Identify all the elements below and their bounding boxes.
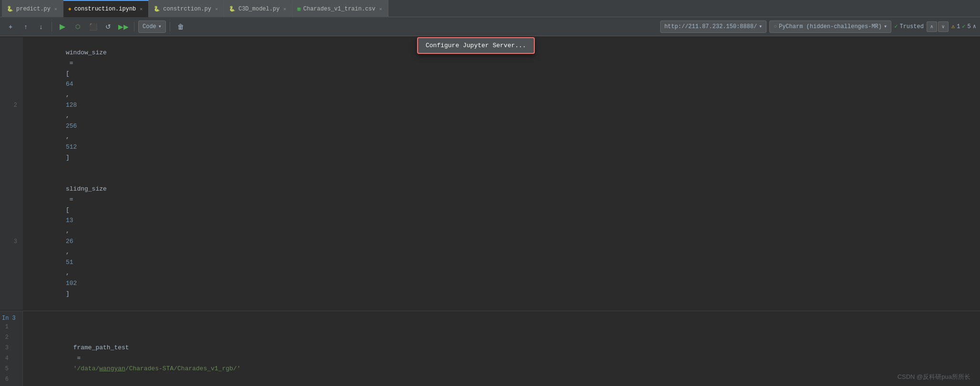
cell-code-line-1 [23, 311, 980, 322]
nav-arrows: ∧ ∨ [927, 21, 949, 32]
py-icon: 🐍 [153, 6, 160, 12]
kernel-label: PyCharm (hidden-challenges-MR) [779, 23, 882, 30]
ln-1: 1 [0, 322, 14, 332]
tab-label: Charades_v1_train.csv [303, 6, 375, 12]
tab-constrction[interactable]: 🐍 constrction.py ✕ [149, 0, 224, 17]
line-number-2: 2 [0, 37, 23, 173]
tab-close[interactable]: ✕ [139, 6, 143, 12]
trusted-badge: ✓ Trusted [894, 23, 924, 30]
nav-down-button[interactable]: ∨ [938, 21, 949, 32]
ln-5: 5 [0, 364, 14, 374]
tab-close[interactable]: ✕ [53, 6, 58, 12]
var-window-size: window_size [66, 49, 107, 56]
cell-type-dropdown[interactable]: Code ▾ [138, 20, 166, 33]
tab-c3d[interactable]: 🐍 C3D_model.py ✕ [224, 0, 292, 17]
separator-1 [51, 22, 52, 31]
cell-line-numbers: 1 2 3 4 5 6 7 8 9 10 11 12 13 14 15 16 1 [0, 322, 22, 386]
tab-label: construction.ipynb [74, 6, 136, 12]
tab-close[interactable]: ✕ [214, 6, 219, 12]
py-icon: 🐍 [229, 6, 235, 12]
line-2-content: frame_path_test = '/data/wangyan/Charade… [23, 322, 241, 385]
delete-button[interactable]: 🗑 [174, 20, 187, 33]
warning-icon: ⚠ [951, 23, 955, 30]
tab-bar: 🐍 predict.py ✕ ◈ construction.ipynb ✕ 🐍 … [0, 0, 980, 17]
cell-type-label: Code [143, 23, 156, 30]
tab-label: constrction.py [163, 6, 211, 12]
expand-icon[interactable]: ∧ [973, 23, 976, 30]
tab-label: predict.py [16, 6, 51, 12]
run-all-cells-button[interactable]: ▶▶ [117, 20, 130, 33]
csv-icon: ▦ [297, 6, 301, 12]
run-all-button[interactable]: ⬡ [71, 20, 84, 33]
ipynb-icon: ◈ [68, 6, 71, 12]
toolbar-right: http://211.87.232.150:8888/ ▾ ○ PyCharm … [660, 20, 976, 33]
circle-icon: ○ [774, 24, 777, 30]
tab-construction[interactable]: ◈ construction.ipynb ✕ [63, 0, 149, 17]
tab-label: C3D_model.py [238, 6, 279, 12]
separator-2 [134, 22, 134, 31]
code-line-2: 2 window_size = [ 64 , 128 , 256 , 512 ] [0, 37, 980, 173]
server-url-label: http://211.87.232.150:8888/ [664, 23, 757, 30]
ln-6: 6 [0, 374, 14, 385]
mini-section: 2 window_size = [ 64 , 128 , 256 , 512 ] [0, 36, 980, 311]
add-cell-button[interactable]: + [4, 20, 17, 33]
kernel-dropdown-arrow-icon: ▾ [884, 23, 887, 30]
interrupt-button[interactable]: ⬛ [86, 20, 100, 33]
cell-gutter: In 3 1 2 3 4 5 6 7 8 9 10 11 12 13 [0, 311, 23, 386]
restart-button[interactable]: ↺ [102, 20, 115, 33]
line-content-3[interactable]: slidng_size = [ 13 , 26 , 51 , 102 ] [23, 173, 107, 310]
ln-4: 4 [0, 353, 14, 364]
cell-code-line-2: frame_path_test = '/data/wangyan/Charade… [23, 322, 980, 385]
line-number-3: 3 [0, 173, 23, 310]
editor-area: 2 window_size = [ 64 , 128 , 256 , 512 ] [0, 36, 980, 386]
configure-jupyter-label: Configure Jupyter Server... [426, 42, 526, 49]
tab-close[interactable]: ✕ [378, 6, 383, 12]
trusted-label: Trusted [899, 23, 923, 30]
nav-up-button[interactable]: ∧ [927, 21, 937, 32]
code-line-3: 3 slidng_size = [ 13 , 26 , 51 , 102 ] [0, 173, 980, 310]
tab-close[interactable]: ✕ [283, 6, 287, 12]
ln-2: 2 [0, 332, 14, 343]
ok-count: 5 [968, 23, 971, 30]
server-url-dropdown[interactable]: http://211.87.232.150:8888/ ▾ [660, 20, 767, 33]
move-up-button[interactable]: ↑ [19, 20, 32, 33]
ok-icon: ✓ [962, 23, 965, 30]
tab-charades[interactable]: ▦ Charades_v1_train.csv ✕ [293, 0, 388, 17]
tab-predict[interactable]: 🐍 predict.py ✕ [2, 0, 63, 17]
ln-3: 3 [0, 343, 14, 353]
py-icon: 🐍 [7, 6, 13, 12]
warning-count: 1 [957, 23, 960, 30]
cell-block: In 3 1 2 3 4 5 6 7 8 9 10 11 12 13 [0, 311, 980, 386]
kernel-dropdown[interactable]: ○ PyCharm (hidden-challenges-MR) ▾ [769, 20, 891, 33]
cell-label: In 3 [0, 313, 20, 322]
separator-3 [170, 22, 170, 31]
checkmark-icon: ✓ [894, 23, 898, 30]
move-down-button[interactable]: ↓ [34, 20, 48, 33]
run-button[interactable]: ▶ [56, 20, 69, 33]
server-dropdown-arrow-icon: ▾ [759, 23, 762, 30]
status-icons: ⚠ 1 ✓ 5 ∧ [951, 23, 976, 30]
cell-content[interactable]: frame_path_test = '/data/wangyan/Charade… [23, 311, 980, 386]
dropdown-arrow-icon: ▾ [158, 23, 162, 30]
line-1-content [23, 311, 32, 322]
configure-jupyter-popup[interactable]: Configure Jupyter Server... [417, 37, 535, 54]
watermark: CSDN @反科研pua所所长 [898, 373, 970, 381]
line-content-2[interactable]: window_size = [ 64 , 128 , 256 , 512 ] [23, 37, 107, 173]
toolbar: + ↑ ↓ ▶ ⬡ ⬛ ↺ ▶▶ Code ▾ 🗑 http://211.87.… [0, 17, 980, 36]
